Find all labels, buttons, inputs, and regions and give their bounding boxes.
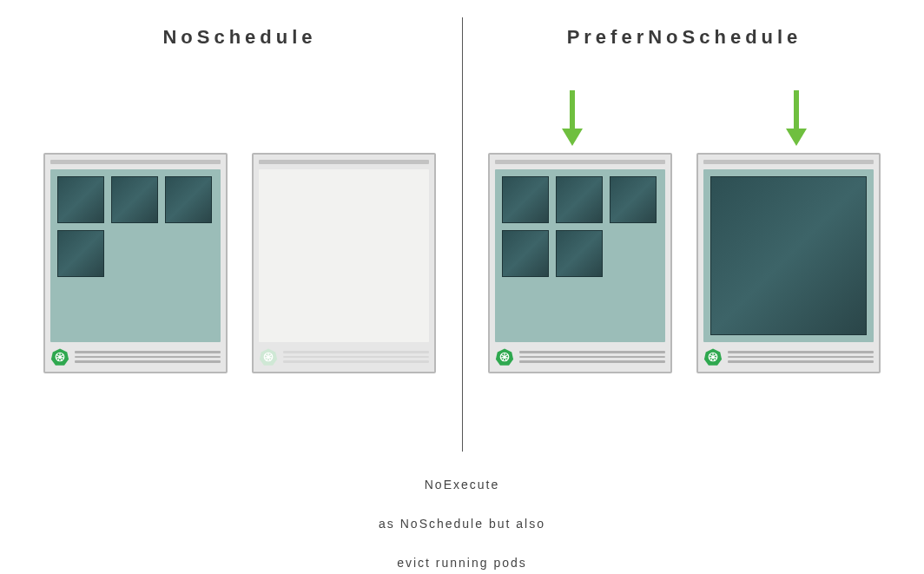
- vertical-divider: [462, 17, 463, 452]
- node-footer: [50, 342, 221, 366]
- k8s-node: [252, 153, 436, 373]
- diagram-container: NoSchedule: [17, 17, 907, 452]
- left-nodes-row: [43, 153, 436, 373]
- pod: [502, 230, 549, 277]
- kubernetes-icon: [495, 347, 514, 366]
- pod: [610, 176, 657, 223]
- footer-line: [728, 351, 874, 353]
- pod: [556, 230, 603, 277]
- k8s-node: [43, 153, 228, 373]
- node-body: [259, 169, 429, 342]
- svg-point-43: [712, 356, 714, 358]
- pod: [502, 176, 549, 223]
- svg-marker-21: [562, 129, 583, 146]
- node-footer: [495, 342, 665, 366]
- kubernetes-icon: [703, 347, 723, 366]
- right-arrow-row: [479, 87, 889, 148]
- footer-line: [728, 360, 874, 363]
- footer-lines: [283, 351, 429, 363]
- node-topbar: [259, 160, 429, 164]
- svg-point-9: [59, 356, 61, 358]
- node-topbar: [495, 160, 665, 164]
- node-topbar: [50, 160, 221, 164]
- node-body: [703, 169, 874, 342]
- right-heading: PreferNoSchedule: [567, 26, 802, 52]
- footer-line-3: evict running pods: [379, 553, 545, 572]
- left-panel: NoSchedule: [17, 17, 462, 452]
- footer-line: [519, 360, 665, 363]
- footer-line: [728, 356, 874, 359]
- svg-point-33: [504, 356, 505, 358]
- right-nodes-row: [488, 153, 881, 373]
- pod-large: [710, 176, 867, 335]
- node-topbar: [703, 160, 874, 164]
- down-arrow-icon: [558, 87, 586, 151]
- footer-line: [519, 356, 665, 359]
- pod: [111, 176, 158, 223]
- footer-lines: [519, 351, 665, 363]
- kubernetes-icon: [259, 347, 278, 366]
- footer-text: NoExecute as NoSchedule but also evict r…: [379, 456, 545, 574]
- svg-marker-23: [786, 129, 807, 146]
- footer-line-1: NoExecute: [379, 475, 545, 494]
- pod: [165, 176, 212, 223]
- left-arrow-row: [35, 87, 445, 148]
- pod: [556, 176, 603, 223]
- svg-point-19: [267, 356, 269, 358]
- footer-line: [519, 351, 665, 353]
- footer-lines: [75, 351, 221, 363]
- node-footer: [259, 342, 429, 366]
- node-body: [50, 169, 221, 342]
- right-panel: PreferNoSchedule: [462, 17, 907, 452]
- pod: [57, 230, 104, 277]
- left-heading: NoSchedule: [162, 26, 316, 52]
- footer-lines: [728, 351, 874, 363]
- down-arrow-icon: [782, 87, 810, 151]
- pod: [57, 176, 104, 223]
- footer-line: [75, 351, 221, 353]
- k8s-node: [696, 153, 881, 373]
- node-footer: [703, 342, 874, 366]
- kubernetes-icon: [50, 347, 69, 366]
- node-body: [495, 169, 665, 342]
- k8s-node: [488, 153, 672, 373]
- footer-line-2: as NoSchedule but also: [379, 514, 545, 533]
- footer-line: [75, 356, 221, 359]
- footer-line: [283, 356, 429, 359]
- footer-line: [75, 360, 221, 363]
- footer-line: [283, 360, 429, 363]
- footer-line: [283, 351, 429, 353]
